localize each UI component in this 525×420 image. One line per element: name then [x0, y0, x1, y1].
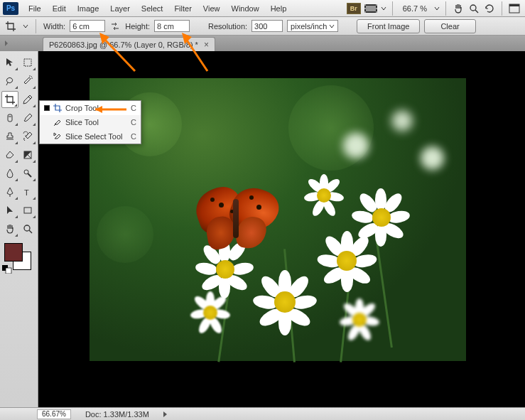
- eyedropper-tool[interactable]: [20, 91, 36, 108]
- swap-dimensions-icon[interactable]: [109, 21, 121, 32]
- resolution-unit-value: pixels/inch: [291, 22, 327, 31]
- chevron-down-icon[interactable]: [381, 6, 386, 11]
- foreground-color-swatch[interactable]: [4, 243, 23, 262]
- flyout-label: Crop Tool: [65, 104, 128, 112]
- history-brush-tool[interactable]: [20, 128, 37, 145]
- height-label: Height:: [125, 22, 150, 31]
- menu-select[interactable]: Select: [136, 1, 169, 16]
- shape-tool[interactable]: [20, 202, 37, 219]
- marquee-tool[interactable]: [20, 54, 37, 71]
- svg-rect-13: [8, 114, 12, 122]
- width-label: Width:: [43, 22, 65, 31]
- zoom-tool[interactable]: [20, 220, 37, 237]
- status-doc-size: Doc: 1.33M/1.33M: [85, 410, 149, 419]
- menu-image[interactable]: Image: [72, 1, 105, 16]
- svg-rect-4: [364, 11, 366, 13]
- flyout-item-slice[interactable]: Slice Tool C: [40, 115, 141, 129]
- flyout-item-slice-select[interactable]: Slice Select Tool C: [40, 129, 141, 144]
- menu-file[interactable]: File: [23, 1, 47, 16]
- document-tab[interactable]: P6260863.jpg @ 66.7% (Layer 0, RGB/8) * …: [43, 37, 215, 51]
- zoom-icon[interactable]: [467, 2, 480, 15]
- document-image[interactable]: [90, 78, 466, 361]
- document-tab-title: P6260863.jpg @ 66.7% (Layer 0, RGB/8) *: [49, 41, 198, 49]
- menu-help[interactable]: Help: [265, 1, 293, 16]
- butterfly-illustration: [182, 178, 288, 256]
- bridge-icon[interactable]: Br: [347, 3, 361, 14]
- resolution-label: Resolution:: [208, 22, 247, 31]
- dodge-tool[interactable]: [20, 165, 37, 182]
- gradient-tool[interactable]: [20, 146, 37, 163]
- document-tab-bar: P6260863.jpg @ 66.7% (Layer 0, RGB/8) * …: [0, 36, 525, 51]
- svg-rect-3: [364, 8, 366, 9]
- svg-rect-1: [366, 6, 376, 11]
- path-select-tool[interactable]: [1, 202, 18, 219]
- menu-view[interactable]: View: [197, 1, 226, 16]
- pen-tool[interactable]: [1, 183, 18, 200]
- flyout-label: Slice Select Tool: [65, 132, 128, 141]
- resolution-unit-select[interactable]: pixels/inch: [287, 20, 338, 32]
- chevron-down-icon[interactable]: [434, 6, 440, 11]
- wand-tool[interactable]: [20, 72, 37, 90]
- selected-indicator-icon: [44, 105, 50, 111]
- rotate-icon[interactable]: [483, 2, 496, 15]
- height-input[interactable]: [154, 20, 190, 32]
- menu-window[interactable]: Window: [226, 1, 265, 16]
- menu-bar: Ps File Edit Image Layer Select Filter V…: [0, 0, 525, 17]
- move-tool[interactable]: [1, 54, 18, 71]
- svg-rect-12: [24, 59, 31, 66]
- flyout-shortcut: C: [131, 104, 136, 112]
- svg-rect-19: [24, 208, 31, 213]
- width-input[interactable]: [70, 20, 105, 32]
- svg-rect-6: [376, 8, 377, 9]
- default-colors-icon[interactable]: [1, 264, 13, 274]
- slice-icon: [53, 117, 63, 127]
- hand-icon[interactable]: [452, 2, 465, 15]
- status-flyout-icon[interactable]: [163, 411, 167, 417]
- color-swatches[interactable]: [1, 243, 33, 274]
- clear-button[interactable]: Clear: [424, 19, 475, 33]
- chevron-down-icon: [329, 23, 335, 29]
- svg-rect-2: [364, 4, 366, 6]
- toolbox: T: [0, 51, 38, 407]
- svg-line-17: [28, 173, 31, 177]
- svg-rect-11: [509, 4, 519, 6]
- svg-point-8: [470, 5, 476, 11]
- type-tool[interactable]: T: [20, 183, 37, 200]
- svg-rect-23: [6, 268, 11, 274]
- svg-rect-5: [376, 4, 377, 6]
- svg-point-20: [24, 225, 30, 231]
- brush-tool[interactable]: [20, 109, 37, 126]
- blur-tool[interactable]: [1, 165, 18, 182]
- screen-mode-icon[interactable]: [508, 2, 521, 15]
- resolution-input[interactable]: [251, 20, 283, 32]
- close-tab-icon[interactable]: ×: [204, 40, 209, 50]
- front-image-button[interactable]: Front Image: [357, 19, 420, 33]
- zoom-level[interactable]: 66.7 %: [403, 4, 427, 13]
- flyout-shortcut: C: [131, 132, 136, 141]
- menu-filter[interactable]: Filter: [168, 1, 197, 16]
- slice-select-icon: [53, 131, 63, 141]
- status-bar: 66.67% Doc: 1.33M/1.33M: [0, 407, 525, 420]
- menu-layer[interactable]: Layer: [104, 1, 136, 16]
- crop-tool-icon[interactable]: [4, 20, 17, 33]
- crop-tool[interactable]: [1, 91, 18, 108]
- flyout-shortcut: C: [131, 118, 136, 126]
- tab-handle-icon[interactable]: [3, 37, 10, 50]
- stamp-tool[interactable]: [1, 128, 18, 145]
- eraser-tool[interactable]: [1, 146, 18, 163]
- options-bar: Width: Height: Resolution: pixels/inch F…: [0, 17, 525, 36]
- flyout-item-crop[interactable]: Crop Tool C: [40, 101, 141, 115]
- svg-line-9: [475, 10, 478, 13]
- menu-edit[interactable]: Edit: [47, 1, 72, 16]
- lasso-tool[interactable]: [1, 72, 18, 90]
- svg-line-21: [29, 230, 32, 233]
- status-zoom[interactable]: 66.67%: [37, 409, 71, 419]
- filmstrip-icon[interactable]: [364, 3, 378, 14]
- svg-rect-7: [376, 11, 377, 13]
- crop-icon: [53, 103, 63, 113]
- healing-tool[interactable]: [1, 109, 18, 126]
- app-logo: Ps: [3, 2, 18, 15]
- hand-tool[interactable]: [1, 220, 18, 237]
- crop-tool-flyout: Crop Tool C Slice Tool C Slice Select To…: [39, 100, 141, 144]
- chevron-down-icon[interactable]: [23, 23, 28, 29]
